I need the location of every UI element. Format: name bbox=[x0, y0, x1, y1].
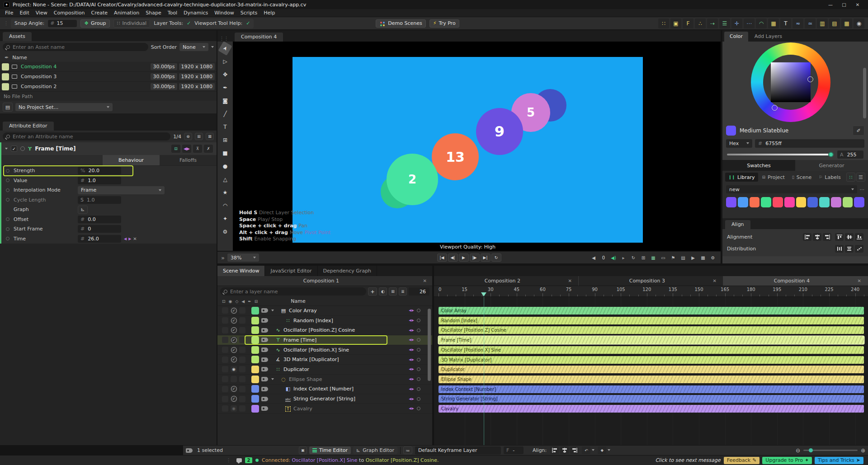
keyframe-arrows-icon[interactable]: ◀▶ bbox=[409, 367, 415, 371]
speaker-icon[interactable]: ◀ bbox=[241, 299, 245, 304]
layer-color-chip[interactable] bbox=[251, 376, 259, 383]
hex-field[interactable]: # bbox=[755, 139, 864, 148]
layer-tag-icon[interactable] bbox=[261, 348, 268, 352]
refresh-icon[interactable]: ↻ bbox=[629, 254, 637, 262]
color-mode-select[interactable]: Hex bbox=[726, 139, 752, 148]
menu-edit[interactable]: Edit bbox=[16, 10, 32, 16]
solo-dot-icon[interactable] bbox=[417, 397, 420, 401]
render-cell[interactable] bbox=[239, 337, 245, 343]
swatch-8[interactable] bbox=[819, 197, 830, 207]
render-camera-icon[interactable]: ◉ bbox=[854, 19, 864, 28]
playhead-marker[interactable] bbox=[481, 292, 486, 296]
track-color-array[interactable]: Color Array bbox=[439, 307, 864, 315]
enabled-check-icon[interactable]: ✓ bbox=[231, 396, 237, 402]
tab-javascript-editor[interactable]: JavaScript Editor bbox=[265, 266, 317, 276]
layer-row-cavalry[interactable]: ◉TCavalry◀▶ bbox=[217, 404, 432, 414]
solo-dot-icon[interactable] bbox=[417, 358, 420, 362]
enabled-check-icon[interactable]: ✓ bbox=[231, 386, 237, 392]
timeline-tab-composition-3[interactable]: Composition 3✕ bbox=[579, 276, 723, 286]
enabled-check-icon[interactable]: ✓ bbox=[231, 318, 237, 324]
keyframe-arrows-icon[interactable]: ◀▶ bbox=[409, 338, 415, 342]
visibility-eye-icon[interactable]: ◉ bbox=[232, 367, 236, 371]
close-tab-icon[interactable]: ✕ bbox=[421, 278, 429, 283]
render-queue-icon[interactable]: ▶ bbox=[689, 254, 697, 262]
snap-grid-icon[interactable]: ⊞ bbox=[639, 254, 647, 262]
layer-tag-icon[interactable] bbox=[261, 367, 268, 371]
alpha-slider[interactable] bbox=[727, 154, 834, 155]
lock-cell[interactable] bbox=[222, 405, 228, 412]
layer-color-chip[interactable] bbox=[251, 385, 259, 393]
swatch-7[interactable] bbox=[807, 197, 818, 207]
render-cell[interactable] bbox=[239, 376, 245, 382]
alpha-slider-knob[interactable] bbox=[828, 152, 834, 157]
prev-keyframe-icon[interactable]: ◀ bbox=[124, 237, 127, 241]
sort-order-select[interactable]: None bbox=[179, 43, 208, 51]
track-3d-matrix-duplicator[interactable]: 3D Matrix [Duplicator] bbox=[439, 356, 864, 364]
checker-icon[interactable]: ▩ bbox=[699, 254, 707, 262]
scrollbar[interactable] bbox=[428, 309, 431, 381]
hex-input[interactable] bbox=[765, 141, 797, 146]
layer-tag-icon[interactable] bbox=[261, 357, 268, 362]
scatter-icon[interactable]: ∴ bbox=[695, 19, 706, 28]
direct-select-tool[interactable]: ▷ bbox=[220, 56, 231, 66]
attribute-handle[interactable] bbox=[6, 178, 9, 182]
arc-tool[interactable]: ◠ bbox=[220, 201, 231, 211]
loop-button[interactable]: ↻ bbox=[491, 254, 501, 262]
layer-tag-icon[interactable] bbox=[261, 377, 268, 381]
align-top-button[interactable] bbox=[835, 233, 844, 241]
attribute-handle[interactable] bbox=[6, 198, 9, 202]
swatch-5[interactable] bbox=[784, 197, 795, 207]
layer-tag-icon[interactable] bbox=[261, 397, 268, 401]
attribute-search[interactable] bbox=[3, 132, 170, 141]
attr-field-offset[interactable]: #0.0 bbox=[78, 216, 121, 223]
align-right-button[interactable] bbox=[823, 233, 831, 241]
text-tool[interactable]: T bbox=[220, 122, 231, 132]
expand-panel-icon[interactable]: » bbox=[221, 254, 225, 261]
ellipse-tool[interactable]: ● bbox=[220, 161, 231, 171]
track-duplicator[interactable]: Duplicator bbox=[439, 366, 864, 373]
attribute-handle[interactable] bbox=[6, 188, 9, 192]
align-keys-right-button[interactable] bbox=[570, 446, 579, 454]
keyframe-arrows-icon[interactable]: ◀▶ bbox=[409, 387, 415, 391]
tab-assets[interactable]: Assets bbox=[3, 32, 32, 41]
swatch-1[interactable] bbox=[738, 197, 748, 207]
minimize-button[interactable]: — bbox=[824, 0, 837, 9]
layer-color-chip[interactable] bbox=[251, 405, 259, 413]
tab-scene-window[interactable]: Scene Window bbox=[217, 266, 265, 276]
layer-search[interactable] bbox=[220, 287, 366, 296]
ease-curve-button[interactable]: ↶ bbox=[582, 446, 590, 454]
source-scene[interactable]: ▯Scene bbox=[789, 173, 815, 182]
keyframe-arrows-icon[interactable]: ◀▶ bbox=[182, 145, 191, 153]
forge-icon[interactable]: F bbox=[683, 19, 693, 28]
layer-tag-icon[interactable] bbox=[261, 387, 268, 391]
close-icon[interactable]: ✗ bbox=[204, 145, 213, 153]
monitor-icon[interactable]: ▭ bbox=[659, 254, 667, 262]
select-tool[interactable]: ➤ bbox=[218, 41, 232, 56]
layer-row-oscillator-position-z-cosine[interactable]: ✓∿Oscillator [Position.Z] Cosine◀▶ bbox=[217, 325, 432, 335]
menu-composition[interactable]: Composition bbox=[51, 10, 88, 16]
alpha-field[interactable]: A255 bbox=[837, 150, 863, 159]
source-library[interactable]: ❙❙Library bbox=[725, 173, 758, 182]
layer-color-chip[interactable] bbox=[251, 336, 259, 344]
attr-field-value[interactable]: #1.0 bbox=[78, 177, 121, 184]
solo-dot-icon[interactable] bbox=[417, 329, 420, 332]
grid-view-icon[interactable]: ∷ bbox=[846, 173, 855, 182]
timeline-tab-composition-4[interactable]: Composition 4✕ bbox=[723, 276, 868, 286]
rows-icon[interactable]: ▤ bbox=[829, 19, 840, 28]
asset-row-composition-3[interactable]: Composition 330.00fps1920 x 1080 bbox=[0, 72, 217, 82]
lock-cell[interactable] bbox=[222, 337, 228, 343]
keyframe-arrows-icon[interactable]: ◀▶ bbox=[409, 397, 415, 401]
tab-behaviour[interactable]: Behaviour bbox=[103, 155, 160, 165]
chevron-down-icon[interactable] bbox=[608, 449, 610, 451]
tips-and-tricks-button[interactable]: Tips and Tricks➤ bbox=[815, 457, 863, 464]
swatch-6[interactable] bbox=[796, 197, 807, 207]
solo-dot-icon[interactable] bbox=[417, 319, 420, 322]
menu-view[interactable]: View bbox=[33, 10, 51, 16]
layer-tag-icon[interactable] bbox=[261, 338, 268, 342]
tab-dependency-graph[interactable]: Dependency Graph bbox=[318, 266, 377, 276]
solo-dot-icon[interactable] bbox=[417, 367, 420, 371]
pen-tool[interactable]: ✒ bbox=[220, 83, 231, 93]
eye-icon[interactable]: ◉ bbox=[229, 299, 232, 304]
render-cell[interactable] bbox=[239, 396, 245, 402]
align-left-button[interactable] bbox=[803, 233, 811, 241]
